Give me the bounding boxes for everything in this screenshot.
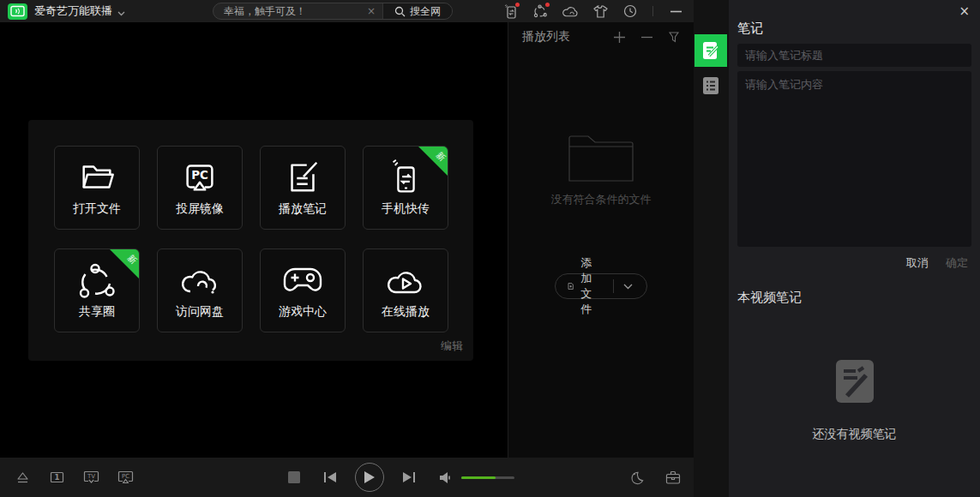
cloud-disk-icon [179,260,220,302]
notification-dot [515,3,520,7]
search-input[interactable] [213,5,360,17]
mirror-pc-icon[interactable]: PC [117,469,134,486]
eject-icon[interactable] [14,469,31,486]
search-clear-icon[interactable]: × [360,5,382,17]
folder-open-icon [77,158,117,197]
volume-icon[interactable] [439,471,453,484]
empty-note-icon [835,358,875,404]
app-title: 爱奇艺万能联播 [34,3,112,19]
tile-grid: 打开文件 PC 投屏镜像 播放笔记 [54,146,448,332]
tile-game-center[interactable]: 游戏中心 [260,248,346,332]
search-bar: × 搜全网 [213,3,453,20]
add-plus-icon[interactable] [611,29,627,45]
gamepad-icon [281,260,324,300]
tile-label: 投屏镜像 [176,201,224,217]
note-content-input[interactable] [737,71,971,247]
svg-text:PC: PC [191,169,208,182]
tile-label: 游戏中心 [279,304,327,320]
cloud-play-icon [385,260,426,300]
svg-text:TV: TV [86,473,94,480]
share-circle-icon [76,260,117,302]
tile-phone-transfer[interactable]: 新 手机快传 [363,146,448,230]
notification-dot [545,3,550,7]
confirm-button[interactable]: 确定 [946,255,968,271]
search-icon [394,6,406,17]
search-button[interactable]: 搜全网 [382,3,452,19]
notes-panel-title: 笔记 [737,21,980,37]
playlist-panel: 播放列表 没有符合条件的文件 [508,22,694,458]
side-tab-strip [694,0,729,497]
chevron-down-icon[interactable] [613,284,643,290]
speed-1x-icon[interactable]: 1 [48,469,65,486]
player-bar: 1 TV PC [0,458,694,497]
playlist-header: 播放列表 [508,22,694,51]
volume-slider[interactable] [461,476,514,479]
play-icon[interactable] [355,463,384,492]
playlist-title: 播放列表 [522,29,599,45]
previous-icon[interactable] [322,470,338,484]
player-left-tools: 1 TV PC [14,458,134,497]
toolbox-icon[interactable] [664,469,682,486]
tile-open-file[interactable]: 打开文件 [54,146,140,230]
filter-funnel-icon[interactable] [666,29,682,45]
note-edit-icon [283,158,322,197]
chevron-down-icon[interactable] [117,3,125,20]
history-clock-icon[interactable] [622,3,638,19]
tile-label: 访问网盘 [176,304,224,320]
tile-screen-mirror[interactable]: PC 投屏镜像 [157,146,243,230]
transport-controls [288,458,514,497]
app-logo-icon [8,3,27,20]
pc-cast-icon: PC [180,158,219,197]
tile-play-notes[interactable]: 播放笔记 [260,146,346,230]
add-file-label: 添加文件 [580,255,602,317]
notes-panel: × 笔记 取消 确定 本视频笔记 还没有视频笔记 [729,0,980,497]
list-icon [702,76,719,95]
note-pencil-icon [702,41,719,60]
home-shortcut-panel: 打开文件 PC 投屏镜像 播放笔记 [28,120,473,361]
share-circle-icon[interactable] [532,3,548,19]
moon-icon[interactable] [628,469,646,486]
cloud-icon[interactable] [562,3,578,19]
video-notes-section-title: 本视频笔记 [737,290,980,306]
player-right-tools [628,458,682,497]
remove-minus-icon[interactable] [639,29,654,45]
tile-label: 打开文件 [73,201,121,217]
tile-label: 在线播放 [382,304,430,320]
minimize-icon[interactable] [668,3,683,19]
next-icon[interactable] [401,470,417,484]
add-file-icon [568,279,574,293]
tile-cloud-disk[interactable]: 访问网盘 [157,248,243,332]
tile-online-play[interactable]: 在线播放 [363,248,448,332]
notes-empty-state: 还没有视频笔记 [729,358,980,442]
titlebar-divider [652,6,653,16]
cast-tv-icon[interactable]: TV [82,469,99,486]
tile-label: 手机快传 [382,201,430,217]
notes-empty-text: 还没有视频笔记 [729,427,980,442]
note-actions: 取消 确定 [729,247,980,271]
video-area: 打开文件 PC 投屏镜像 播放笔记 [0,22,508,458]
empty-folder-icon [568,132,634,182]
note-title-input[interactable] [737,44,971,67]
tile-share-circle[interactable]: 新 共享圈 [54,248,140,332]
close-icon[interactable]: × [959,3,970,19]
playlist-empty-state: 没有符合条件的文件 [508,132,694,207]
titlebar: 爱奇艺万能联播 × 搜全网 [0,0,694,22]
svg-text:1: 1 [54,473,59,482]
add-file-button[interactable]: 添加文件 [555,273,647,299]
tile-label: 播放笔记 [279,201,327,217]
stop-icon[interactable] [288,471,300,483]
app-window: 爱奇艺万能联播 × 搜全网 [0,0,980,497]
phone-transfer-icon [386,158,425,197]
playlist-tab[interactable] [694,69,727,102]
notes-tab[interactable] [694,34,727,67]
skin-tshirt-icon[interactable] [592,3,608,19]
phone-transfer-icon[interactable] [502,3,518,19]
search-button-label: 搜全网 [410,4,441,19]
volume-fill [461,476,496,479]
titlebar-icons [502,0,683,22]
playlist-empty-text: 没有符合条件的文件 [508,192,694,207]
tile-label: 共享圈 [79,304,115,320]
edit-tiles-link[interactable]: 编辑 [441,338,463,354]
cancel-button[interactable]: 取消 [906,255,929,271]
